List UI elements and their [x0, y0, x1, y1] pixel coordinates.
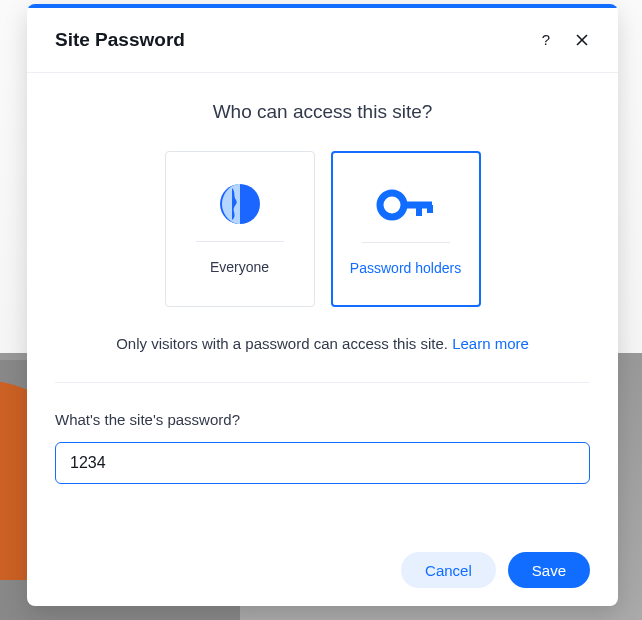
password-field-label: What's the site's password?: [55, 411, 590, 428]
learn-more-link[interactable]: Learn more: [452, 335, 529, 352]
close-icon: [575, 33, 589, 47]
save-button[interactable]: Save: [508, 552, 590, 588]
globe-icon: [218, 182, 262, 226]
svg-point-4: [380, 193, 404, 217]
modal-footer: Cancel Save: [27, 534, 618, 606]
modal-title: Site Password: [55, 29, 532, 51]
password-input[interactable]: [55, 442, 590, 484]
option-everyone-label: Everyone: [210, 259, 269, 275]
divider: [55, 382, 590, 383]
site-password-modal: Site Password ? Who can access this site…: [27, 4, 618, 606]
cancel-button[interactable]: Cancel: [401, 552, 496, 588]
access-description-text: Only visitors with a password can access…: [116, 335, 452, 352]
help-icon: ?: [538, 32, 554, 48]
option-password-holders[interactable]: Password holders: [331, 151, 481, 307]
modal-header: Site Password ?: [27, 8, 618, 73]
option-password-holders-label: Password holders: [350, 260, 461, 276]
svg-text:?: ?: [542, 32, 550, 48]
close-button[interactable]: [568, 26, 596, 54]
access-options: Everyone Password holders: [55, 151, 590, 307]
access-description: Only visitors with a password can access…: [55, 335, 590, 352]
help-button[interactable]: ?: [532, 26, 560, 54]
access-heading: Who can access this site?: [55, 101, 590, 123]
modal-body: Who can access this site? Everyone: [27, 73, 618, 484]
key-icon: [374, 188, 438, 222]
option-everyone[interactable]: Everyone: [165, 151, 315, 307]
